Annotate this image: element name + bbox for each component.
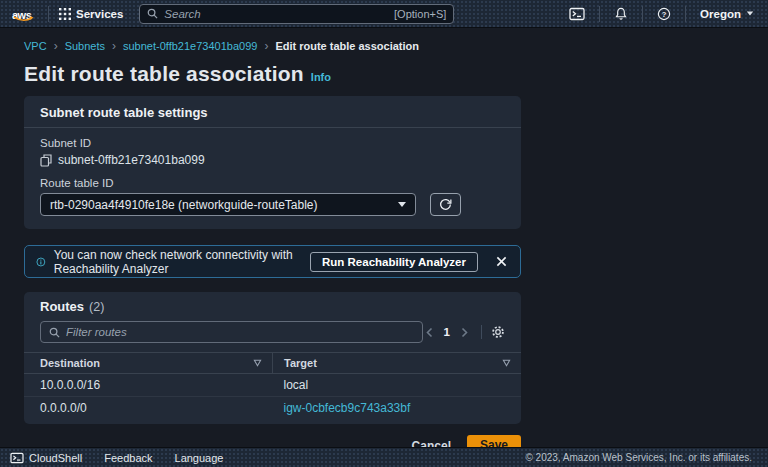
footer-bar: CloudShell Feedback Language © 2023, Ama…	[0, 447, 768, 467]
card-header: Subnet route table settings	[24, 96, 521, 128]
table-row: 10.0.0.0/16 local	[24, 374, 521, 397]
cell-target: local	[273, 374, 522, 397]
pagination: 1	[423, 325, 505, 339]
column-header-destination[interactable]: Destination	[24, 353, 273, 374]
grid-icon	[59, 8, 71, 20]
refresh-button[interactable]	[430, 193, 461, 216]
services-menu-button[interactable]: Services	[59, 8, 123, 20]
services-label: Services	[76, 8, 123, 20]
nav-divider	[642, 6, 643, 22]
filter-routes-input[interactable]	[66, 326, 414, 338]
search-shortcut: [Option+S]	[394, 8, 446, 20]
filter-routes-box[interactable]	[40, 321, 423, 343]
breadcrumb-subnets[interactable]: Subnets	[65, 40, 105, 52]
reachability-banner: You can now check network connectivity w…	[24, 245, 521, 278]
breadcrumb: VPC › Subnets › subnet-0ffb21e73401ba099…	[24, 39, 768, 53]
route-table-label: Route table ID	[40, 177, 505, 189]
page-title: Edit route table association	[24, 62, 304, 86]
aws-logo[interactable]: aws	[12, 5, 38, 23]
run-reachability-analyzer-button[interactable]: Run Reachability Analyzer	[310, 252, 478, 272]
igw-link[interactable]: igw-0cbfecb9c743a33bf	[284, 401, 411, 415]
breadcrumb-vpc[interactable]: VPC	[24, 40, 47, 52]
route-table-select[interactable]: rtb-0290aa4f4910fe18e (networkguide-rout…	[40, 193, 416, 216]
aws-smile-icon	[13, 16, 35, 23]
settings-card-title: Subnet route table settings	[40, 105, 208, 120]
routes-card: Routes (2) 1	[24, 292, 521, 424]
terminal-icon	[569, 7, 585, 21]
region-selector[interactable]: Oregon	[696, 8, 758, 20]
chevron-down-icon	[747, 12, 753, 16]
chevron-right-icon	[460, 327, 469, 338]
footer-cloudshell-button[interactable]: CloudShell	[10, 452, 82, 464]
subnet-id-label: Subnet ID	[40, 137, 505, 149]
top-nav: aws Services [Option+S]	[0, 0, 768, 28]
chevron-left-icon	[425, 327, 434, 338]
pagination-next-button[interactable]	[458, 327, 471, 338]
nav-right-cluster: ? Oregon	[565, 6, 758, 22]
nav-divider	[48, 6, 49, 22]
info-link[interactable]: Info	[311, 71, 331, 83]
gear-icon	[491, 325, 505, 339]
cloudshell-label: CloudShell	[29, 452, 82, 464]
banner-close-button[interactable]	[496, 256, 507, 267]
pagination-prev-button[interactable]	[423, 327, 436, 338]
cell-destination: 0.0.0.0/0	[24, 397, 273, 420]
subnet-settings-card: Subnet route table settings Subnet ID su…	[24, 96, 521, 229]
footer-language-button[interactable]: Language	[175, 452, 224, 464]
nav-divider	[685, 6, 686, 22]
refresh-icon	[439, 198, 452, 211]
cell-target: igw-0cbfecb9c743a33bf	[273, 397, 522, 420]
subnet-id-value: subnet-0ffb21e73401ba099	[58, 153, 205, 167]
pagination-divider	[481, 325, 482, 339]
routes-title: Routes	[40, 299, 84, 314]
chevron-down-icon	[398, 202, 406, 207]
region-label: Oregon	[700, 8, 741, 20]
search-icon	[147, 8, 158, 19]
breadcrumb-current: Edit route table association	[275, 40, 419, 52]
sort-icon[interactable]	[502, 359, 511, 367]
table-row: 0.0.0.0/0 igw-0cbfecb9c743a33bf	[24, 397, 521, 420]
question-icon: ?	[657, 7, 671, 21]
breadcrumb-separator: ›	[264, 39, 268, 53]
column-header-target[interactable]: Target	[273, 353, 522, 374]
search-input[interactable]	[164, 8, 388, 20]
cloudshell-button[interactable]	[565, 7, 589, 21]
sort-icon[interactable]	[253, 359, 262, 367]
breadcrumb-subnet-id[interactable]: subnet-0ffb21e73401ba099	[123, 40, 257, 52]
search-icon	[49, 327, 60, 338]
routes-count: (2)	[89, 300, 104, 314]
help-button[interactable]: ?	[653, 7, 675, 21]
copyright-text: © 2023, Amazon Web Services, Inc. or its…	[525, 452, 758, 463]
cell-destination: 10.0.0.0/16	[24, 374, 273, 397]
settings-gear-button[interactable]	[491, 325, 505, 339]
close-icon	[496, 256, 507, 267]
bell-icon	[614, 7, 628, 21]
nav-divider	[599, 6, 600, 22]
pagination-page-number[interactable]: 1	[444, 326, 450, 338]
routes-table: Destination Target	[24, 352, 521, 419]
notifications-button[interactable]	[610, 7, 632, 21]
global-search[interactable]: [Option+S]	[139, 4, 454, 24]
svg-text:?: ?	[662, 9, 667, 18]
route-table-selected-value: rtb-0290aa4f4910fe18e (networkguide-rout…	[50, 198, 398, 212]
terminal-icon	[10, 452, 24, 464]
footer-feedback-button[interactable]: Feedback	[104, 452, 152, 464]
info-icon	[36, 255, 46, 269]
breadcrumb-separator: ›	[112, 39, 116, 53]
banner-message: You can now check network connectivity w…	[54, 248, 302, 276]
breadcrumb-separator: ›	[54, 39, 58, 53]
copy-icon[interactable]	[40, 154, 52, 167]
